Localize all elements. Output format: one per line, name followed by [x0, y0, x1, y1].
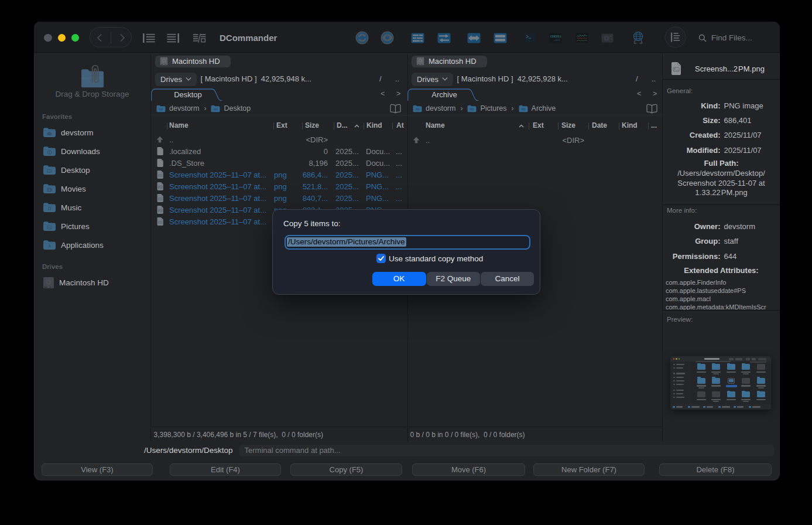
- svg-text:CONSOLE: CONSOLE: [550, 35, 562, 38]
